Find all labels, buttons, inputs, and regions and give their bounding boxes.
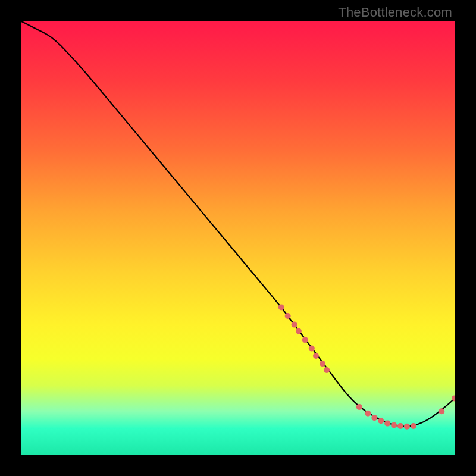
data-marker (384, 421, 390, 427)
chart-frame: TheBottleneck.com (0, 0, 476, 476)
data-marker (285, 313, 291, 319)
data-marker (411, 423, 416, 429)
plot-area (21, 21, 455, 455)
data-marker (320, 361, 325, 367)
data-marker (324, 367, 330, 373)
chart-svg (21, 21, 455, 455)
data-marker (278, 305, 284, 311)
data-marker (391, 422, 397, 428)
data-marker (313, 353, 319, 359)
data-marker (365, 411, 371, 416)
data-marker (302, 337, 308, 343)
watermark-text: TheBottleneck.com (338, 5, 452, 20)
data-marker (397, 423, 403, 429)
curve-line (21, 21, 455, 427)
data-marker (356, 404, 362, 410)
data-marker (371, 415, 377, 421)
data-marker (309, 346, 315, 352)
data-marker (292, 322, 298, 328)
markers-group (278, 305, 455, 430)
data-marker (404, 424, 410, 430)
data-marker (439, 408, 444, 414)
data-marker (296, 328, 302, 334)
data-marker (378, 418, 384, 424)
